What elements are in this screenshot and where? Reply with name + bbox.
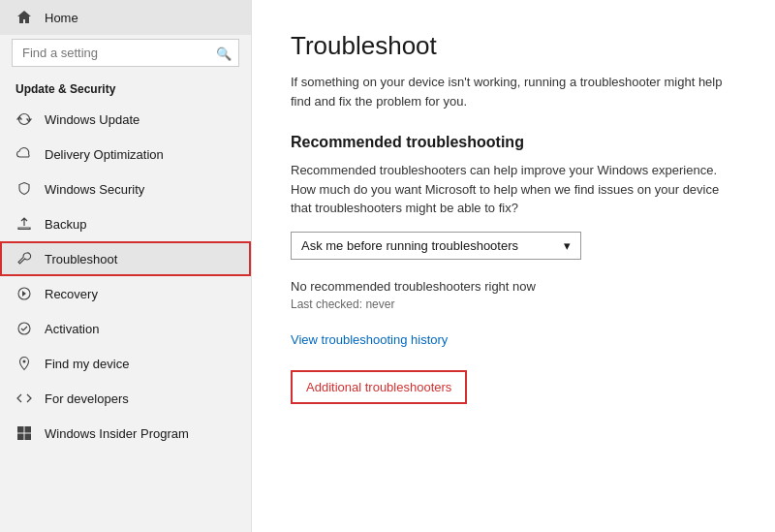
sidebar-item-label: Windows Update [45, 112, 140, 127]
location-icon [16, 355, 33, 372]
last-checked-text: Last checked: never [291, 297, 736, 311]
sidebar: Home 🔍 Update & Security Windows Update … [0, 0, 252, 532]
sidebar-item-delivery-optimization[interactable]: Delivery Optimization [0, 137, 251, 172]
no-troubleshooters-status: No recommended troubleshooters right now [291, 279, 736, 294]
svg-rect-4 [25, 426, 32, 433]
sidebar-section-title: Update & Security [0, 77, 251, 102]
sidebar-search-container: 🔍 [12, 39, 239, 67]
refresh-icon [16, 110, 33, 128]
sidebar-item-label: Backup [45, 217, 86, 232]
sidebar-item-for-developers[interactable]: For developers [0, 381, 251, 416]
sidebar-item-label: Troubleshoot [45, 252, 117, 266]
sidebar-item-label: Activation [45, 322, 99, 336]
recommended-desc: Recommended troubleshooters can help imp… [291, 161, 736, 218]
shield-icon [16, 180, 33, 198]
sidebar-item-activation[interactable]: Activation [0, 311, 251, 346]
recovery-icon [16, 285, 33, 302]
main-content: Troubleshoot If something on your device… [252, 0, 775, 532]
view-history-link[interactable]: View troubleshooting history [291, 332, 448, 347]
sidebar-item-find-my-device[interactable]: Find my device [0, 346, 251, 381]
upload-icon [16, 215, 33, 233]
sidebar-item-label: For developers [45, 391, 129, 406]
dropdown-value: Ask me before running troubleshooters [301, 238, 518, 253]
cloud-icon [16, 145, 33, 163]
sidebar-item-label: Recovery [45, 287, 98, 301]
sidebar-item-label: Find my device [45, 357, 129, 371]
sidebar-item-label: Windows Security [45, 182, 144, 197]
sidebar-item-windows-insider[interactable]: Windows Insider Program [0, 416, 251, 451]
svg-rect-6 [25, 434, 32, 441]
page-title: Troubleshoot [291, 31, 736, 61]
sidebar-item-label: Delivery Optimization [45, 147, 164, 162]
additional-troubleshooters-button[interactable]: Additional troubleshooters [291, 370, 467, 404]
code-icon [16, 390, 33, 407]
sidebar-item-label: Windows Insider Program [45, 426, 189, 441]
svg-rect-3 [17, 426, 24, 433]
home-icon [16, 9, 33, 26]
windows-icon [16, 424, 33, 442]
sidebar-item-windows-update[interactable]: Windows Update [0, 102, 251, 137]
svg-rect-5 [17, 434, 24, 441]
chevron-down-icon: ▾ [564, 238, 571, 253]
svg-point-1 [18, 323, 30, 334]
sidebar-home-label: Home [45, 11, 78, 25]
troubleshooter-dropdown[interactable]: Ask me before running troubleshooters ▾ [291, 232, 581, 260]
sidebar-item-backup[interactable]: Backup [0, 206, 251, 241]
check-circle-icon [16, 320, 33, 337]
sidebar-item-troubleshoot[interactable]: Troubleshoot [0, 241, 251, 276]
intro-text: If something on your device isn't workin… [291, 73, 736, 110]
sidebar-item-windows-security[interactable]: Windows Security [0, 172, 251, 206]
wrench-icon [16, 250, 33, 267]
search-icon: 🔍 [216, 46, 232, 60]
svg-point-2 [23, 360, 26, 363]
sidebar-item-home[interactable]: Home [0, 0, 251, 35]
sidebar-item-recovery[interactable]: Recovery [0, 276, 251, 311]
recommended-heading: Recommended troubleshooting [291, 134, 736, 151]
search-input[interactable] [12, 39, 239, 67]
